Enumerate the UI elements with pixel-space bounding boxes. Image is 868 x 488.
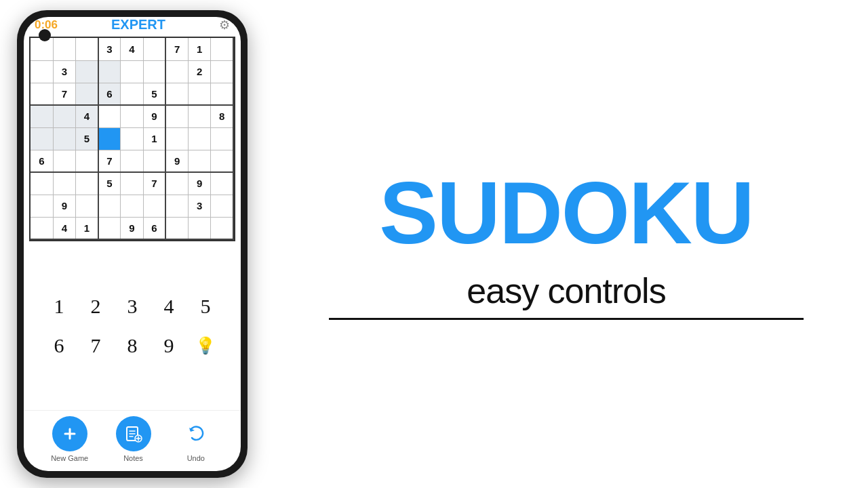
sudoku-cell[interactable]: 6 [98, 83, 121, 105]
undo-icon [178, 416, 214, 451]
sudoku-cell[interactable] [31, 60, 53, 83]
sudoku-cell[interactable] [31, 217, 53, 239]
sudoku-cell[interactable] [165, 105, 188, 127]
sudoku-cell[interactable] [98, 217, 121, 239]
sudoku-cell[interactable] [121, 83, 143, 105]
sudoku-cell[interactable] [189, 150, 211, 172]
sudoku-cell[interactable]: 3 [98, 38, 121, 60]
sudoku-cell[interactable] [98, 195, 121, 217]
sudoku-cell[interactable]: 9 [121, 217, 143, 239]
sudoku-cell[interactable] [53, 172, 75, 195]
right-panel: SUDOKU easy controls [264, 0, 868, 488]
sudoku-grid[interactable]: 34713276549851679579934196 [29, 37, 235, 241]
sudoku-cell[interactable] [211, 150, 233, 172]
num-9[interactable]: 9 [151, 327, 187, 364]
sudoku-cell[interactable] [98, 60, 121, 83]
sudoku-cell[interactable] [98, 127, 121, 150]
sudoku-cell[interactable] [121, 172, 143, 195]
sudoku-cell[interactable] [75, 83, 98, 105]
num-1[interactable]: 1 [41, 288, 77, 325]
sudoku-cell[interactable] [165, 83, 188, 105]
sudoku-cell[interactable]: 7 [53, 83, 75, 105]
sudoku-cell[interactable]: 9 [165, 150, 188, 172]
sudoku-cell[interactable]: 5 [143, 83, 165, 105]
sudoku-cell[interactable] [211, 60, 233, 83]
sudoku-cell[interactable] [189, 83, 211, 105]
sudoku-cell[interactable] [53, 105, 75, 127]
sudoku-cell[interactable]: 4 [121, 38, 143, 60]
sudoku-cell[interactable] [211, 195, 233, 217]
sudoku-cell[interactable] [98, 105, 121, 127]
sudoku-cell[interactable]: 3 [189, 195, 211, 217]
num-6[interactable]: 6 [41, 327, 77, 364]
sudoku-cell[interactable] [31, 83, 53, 105]
sudoku-cell[interactable] [121, 60, 143, 83]
sudoku-cell[interactable] [121, 127, 143, 150]
sudoku-cell[interactable]: 9 [189, 172, 211, 195]
sudoku-cell[interactable] [143, 38, 165, 60]
sudoku-cell[interactable] [75, 172, 98, 195]
num-5[interactable]: 5 [187, 288, 224, 325]
sudoku-cell[interactable]: 1 [75, 217, 98, 239]
sudoku-cell[interactable] [211, 127, 233, 150]
sudoku-cell[interactable] [143, 150, 165, 172]
sudoku-cell[interactable] [189, 217, 211, 239]
sudoku-cell[interactable]: 7 [98, 150, 121, 172]
sudoku-cell[interactable]: 2 [189, 60, 211, 83]
sudoku-cell[interactable] [31, 105, 53, 127]
sudoku-cell[interactable]: 7 [143, 172, 165, 195]
num-3[interactable]: 3 [114, 288, 151, 325]
sudoku-cell[interactable] [165, 127, 188, 150]
sudoku-cell[interactable] [211, 172, 233, 195]
sudoku-cell[interactable]: 4 [53, 217, 75, 239]
sudoku-cell[interactable]: 3 [53, 60, 75, 83]
sudoku-cell[interactable]: 8 [211, 105, 233, 127]
sudoku-cell[interactable] [165, 172, 188, 195]
num-4[interactable]: 4 [151, 288, 187, 325]
sudoku-cell[interactable]: 9 [143, 105, 165, 127]
num-2[interactable]: 2 [77, 288, 114, 325]
notes-icon [116, 416, 151, 451]
sudoku-cell[interactable] [211, 217, 233, 239]
num-8[interactable]: 8 [114, 327, 151, 364]
sudoku-cell[interactable] [189, 127, 211, 150]
sudoku-cell[interactable]: 6 [143, 217, 165, 239]
sudoku-cell[interactable] [31, 195, 53, 217]
sudoku-cell[interactable] [143, 60, 165, 83]
sudoku-cell[interactable] [31, 172, 53, 195]
sudoku-cell[interactable] [75, 38, 98, 60]
sudoku-cell[interactable] [121, 150, 143, 172]
new-game-button[interactable]: New Game [51, 416, 88, 462]
undo-button[interactable]: Undo [178, 416, 214, 462]
num-7[interactable]: 7 [77, 327, 114, 364]
sudoku-cell[interactable]: 9 [53, 195, 75, 217]
sudoku-cell[interactable] [53, 38, 75, 60]
sudoku-cell[interactable] [75, 195, 98, 217]
sudoku-cell[interactable] [75, 150, 98, 172]
sudoku-cell[interactable]: 1 [143, 127, 165, 150]
left-panel: 0:06 EXPERT ⚙ 34713276549851679579934196… [0, 0, 264, 488]
sudoku-cell[interactable] [31, 127, 53, 150]
sudoku-cell[interactable] [189, 105, 211, 127]
sudoku-cell[interactable] [31, 38, 53, 60]
sudoku-cell[interactable] [165, 217, 188, 239]
sudoku-cell[interactable] [165, 195, 188, 217]
sudoku-cell[interactable] [53, 150, 75, 172]
sudoku-cell[interactable] [165, 60, 188, 83]
sudoku-cell[interactable] [121, 105, 143, 127]
notes-button[interactable]: Notes [116, 416, 151, 462]
sudoku-cell[interactable] [75, 60, 98, 83]
sudoku-cell[interactable]: 7 [165, 38, 188, 60]
sudoku-cell[interactable] [121, 195, 143, 217]
sudoku-cell[interactable]: 6 [31, 150, 53, 172]
sudoku-cell[interactable]: 1 [189, 38, 211, 60]
hint-button[interactable]: 💡 [187, 327, 224, 364]
sudoku-cell[interactable]: 5 [98, 172, 121, 195]
sudoku-cell[interactable] [53, 127, 75, 150]
sudoku-cell[interactable] [211, 83, 233, 105]
sudoku-cell[interactable] [211, 38, 233, 60]
settings-icon[interactable]: ⚙ [219, 18, 230, 33]
sudoku-cell[interactable] [143, 195, 165, 217]
sudoku-cell[interactable]: 4 [75, 105, 98, 127]
sudoku-cell[interactable]: 5 [75, 127, 98, 150]
